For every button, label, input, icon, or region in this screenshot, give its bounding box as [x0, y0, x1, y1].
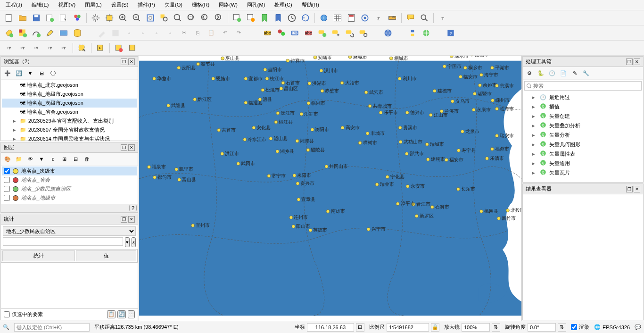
stats-menu-button[interactable]: ⋯ — [128, 310, 135, 318]
browser-props-button[interactable]: ⓘ — [48, 68, 58, 78]
delete-feature-button[interactable]: ◦ — [164, 27, 176, 39]
menu-item[interactable]: 工程(J) — [4, 0, 24, 9]
browser-item[interactable]: ▸📁20230529各省可支配收入、支出类别 — [2, 117, 137, 125]
layer-item[interactable]: 地名点_省会 — [2, 175, 137, 184]
toolbox-edit-button[interactable]: ✎ — [570, 68, 579, 78]
layers-close-button[interactable]: ✕ — [128, 144, 135, 151]
layer-filter-button[interactable]: ▼ — [37, 154, 46, 164]
copy-button[interactable]: ⎘ — [191, 27, 204, 39]
menu-item[interactable]: 矢量(O) — [163, 0, 184, 9]
stats-close-button[interactable]: ✕ — [128, 216, 135, 223]
zoom-full-button[interactable] — [144, 12, 157, 24]
zoom-in-button[interactable] — [117, 12, 129, 24]
browser-item[interactable]: 🗺地名点_省会.geojoson — [2, 108, 137, 117]
stats-layer-select[interactable]: 地名_少数民族自治区 — [3, 226, 136, 236]
toolbox-item[interactable]: ▸🕑最近用过 — [524, 93, 642, 102]
messages-button[interactable]: 💬 — [635, 324, 641, 330]
layers-list[interactable]: 地名点_次级市地名点_省会地名_少数民族自治区地名点_地级市省 — [1, 166, 138, 204]
measure-button[interactable] — [386, 12, 398, 24]
browser-collapse-button[interactable]: ⊟ — [37, 68, 46, 78]
identify-button[interactable]: i — [318, 12, 330, 24]
zoom-last-button[interactable] — [199, 12, 211, 24]
zoom-native-button[interactable]: 1:1 — [185, 12, 198, 24]
add-vector-button[interactable] — [3, 27, 15, 39]
toolbox-undock-button[interactable]: ❐ — [626, 58, 633, 65]
snap-vertex-button[interactable]: ◦▾ — [17, 42, 29, 54]
zoom-next-button[interactable] — [213, 12, 225, 24]
move-feature-button[interactable]: ◦ — [150, 27, 163, 39]
layer-collapse-button[interactable]: ⊟ — [71, 154, 80, 164]
browser-tree[interactable]: 🗺地名点_北京.geojoson🗺地名点_地级市.geojoson🗺地名点_次级… — [1, 80, 138, 141]
browser-add-button[interactable]: ➕ — [3, 68, 12, 78]
add-wms-button[interactable] — [58, 27, 70, 39]
style-manager-button[interactable] — [71, 12, 83, 24]
browser-item[interactable]: ▸📁20230607 全国分省财政收支情况 — [2, 125, 137, 134]
toolbox-model-button[interactable]: ⚙ — [525, 68, 534, 78]
stats-refresh-button[interactable]: 🔄 — [117, 310, 126, 318]
stats-dropdown-button[interactable]: ▾ — [125, 237, 130, 247]
toolbox-item[interactable]: ▸Q矢量几何图形 — [524, 140, 642, 149]
digitize-button[interactable]: ◦ — [137, 27, 149, 39]
snap-button[interactable]: ◦▾ — [3, 42, 15, 54]
browser-refresh-button[interactable]: 🔄 — [14, 68, 24, 78]
edit-toggle-button[interactable] — [44, 27, 56, 39]
locate-input[interactable] — [14, 323, 90, 332]
label-tool-button[interactable]: abc — [262, 27, 274, 39]
menu-item[interactable]: 网络(W) — [217, 0, 239, 9]
select-all-button[interactable] — [126, 42, 139, 54]
menu-item[interactable]: 编辑(E) — [30, 0, 51, 9]
attribute-table-button[interactable] — [331, 12, 344, 24]
stats-expr-button[interactable]: ε — [132, 237, 136, 247]
text-annotation-button[interactable]: T — [437, 12, 449, 24]
zoom-selection-button[interactable] — [158, 12, 170, 24]
edit-start-button[interactable] — [96, 27, 108, 39]
field-calc-button[interactable] — [345, 12, 357, 24]
pan-button[interactable] — [90, 12, 102, 24]
stats-undock-button[interactable]: ❐ — [121, 216, 127, 223]
snap-segment-button[interactable]: ◦▾ — [30, 42, 42, 54]
toolbox-opts-button[interactable]: 🔧 — [581, 68, 591, 78]
label-rotate-button[interactable] — [344, 27, 356, 39]
deselect-button[interactable] — [113, 42, 125, 54]
layer-item[interactable]: 地名_少数民族自治区 — [2, 184, 137, 193]
toolbox-close-button[interactable]: ✕ — [634, 58, 640, 65]
layer-style-button[interactable]: 🎨 — [3, 154, 12, 164]
label-change-button[interactable] — [357, 27, 370, 39]
rot-spin-button[interactable]: ⇅ — [558, 323, 566, 332]
stats-selonly-checkbox[interactable] — [4, 311, 10, 317]
plugins-button[interactable] — [420, 27, 432, 39]
label-move-button[interactable] — [330, 27, 342, 39]
layer-item[interactable]: 地名点_地级市 — [2, 193, 137, 202]
toolbox-search-input[interactable] — [524, 81, 642, 91]
layer-remove-button[interactable]: 🗑 — [82, 154, 91, 164]
topo-button[interactable]: ◦▾ — [58, 42, 70, 54]
add-raster-button[interactable] — [17, 27, 29, 39]
layer-expr-button[interactable]: ε — [48, 154, 58, 164]
label-show-button[interactable] — [316, 27, 329, 39]
menu-item[interactable]: 网孔(M) — [245, 0, 267, 9]
undo-button[interactable]: ↶ — [219, 27, 231, 39]
paste-button[interactable]: 📋 — [205, 27, 217, 39]
new-project-button[interactable] — [3, 12, 15, 24]
open-button[interactable] — [17, 12, 29, 24]
add-geopackage-button[interactable] — [71, 27, 83, 39]
toolbox-item[interactable]: ▸Q插值 — [524, 102, 642, 111]
toolbox-item[interactable]: ▸Q矢量瓦片 — [524, 168, 642, 177]
zoom-layer-button[interactable] — [172, 12, 184, 24]
toolbox-item[interactable]: ▸Q矢量属性表 — [524, 149, 642, 158]
stats-field-input[interactable] — [3, 237, 123, 246]
new-3d-button[interactable] — [245, 12, 257, 24]
menu-item[interactable]: 图层(L) — [83, 0, 103, 9]
browser-undock-button[interactable]: ❐ — [121, 58, 127, 65]
annotate-button[interactable] — [418, 12, 430, 24]
zoom-out-button[interactable] — [131, 12, 143, 24]
crs-button[interactable]: EPSG:4326 — [603, 325, 630, 330]
menu-item[interactable]: 帮助(H) — [300, 0, 321, 9]
browser-filter-button[interactable]: ▼ — [25, 68, 35, 78]
select-value-button[interactable]: ε — [94, 42, 107, 54]
browser-item[interactable]: ▸📁20230614 中国居民收支与生活状况 — [2, 134, 137, 141]
menu-item[interactable]: 设置(S) — [109, 0, 131, 9]
menu-item[interactable]: 处理(C) — [272, 0, 294, 9]
layer-add-group-button[interactable]: 📁 — [14, 154, 24, 164]
coord-toggle-button[interactable]: ⊞ — [356, 323, 364, 332]
